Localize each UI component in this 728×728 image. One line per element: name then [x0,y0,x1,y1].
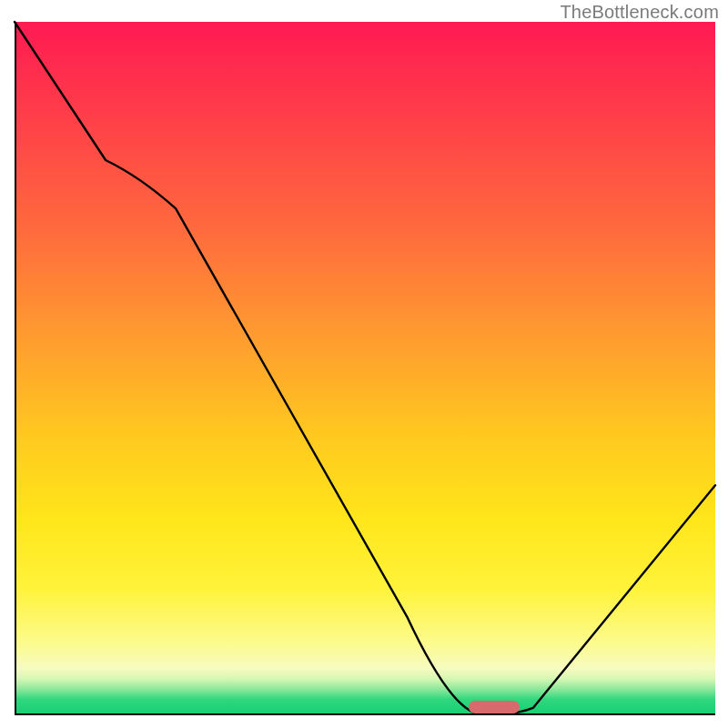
curve-path [15,22,715,713]
y-axis [15,22,16,713]
bottleneck-curve [15,22,715,713]
chart-frame: TheBottleneck.com [0,0,728,728]
optimum-marker [469,701,520,713]
x-axis [15,713,715,715]
watermark-text: TheBottleneck.com [560,2,719,23]
